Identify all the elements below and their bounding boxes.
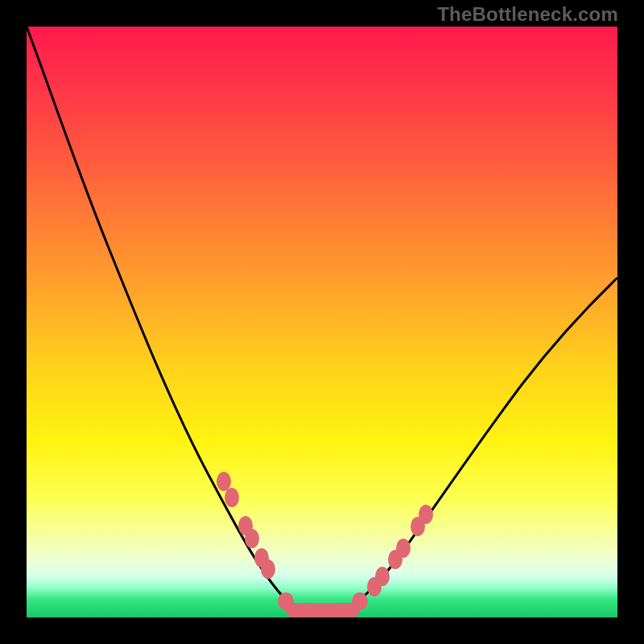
plot-area (27, 27, 617, 617)
bottleneck-curve (27, 27, 617, 615)
chart-frame: TheBottleneck.com (0, 0, 644, 644)
chart-svg (27, 27, 617, 617)
marker-dot (217, 472, 231, 491)
watermark-text: TheBottleneck.com (437, 3, 618, 26)
marker-dot (396, 539, 411, 558)
marker-dot (375, 567, 390, 586)
marker-flat (286, 603, 360, 617)
marker-dot (245, 529, 259, 548)
marker-dot (419, 505, 433, 524)
marker-dot (225, 488, 239, 507)
marker-dot (352, 592, 368, 610)
marker-dot (261, 559, 275, 579)
marker-dot (278, 592, 294, 610)
marker-group (217, 472, 433, 617)
